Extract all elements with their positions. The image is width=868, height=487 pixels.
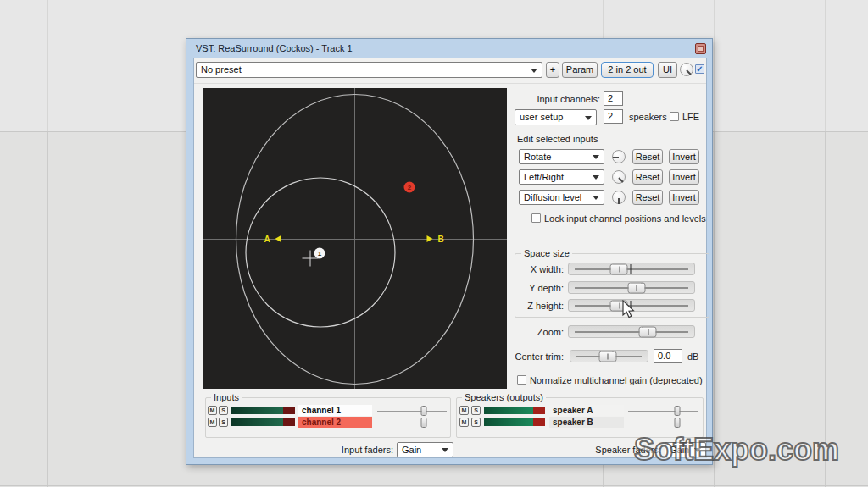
lock-checkbox[interactable] [531,213,541,223]
center-trim-label: Center trim: [479,351,564,362]
solo-button-out2[interactable]: S [471,418,481,427]
diffusion-knob[interactable] [612,191,626,204]
window-title: VST: ReaSurround (Cockos) - Track 1 [196,43,353,53]
reset-button-3[interactable]: Reset [632,190,663,205]
chevron-down-icon [593,155,599,159]
fader-thumb[interactable] [420,418,426,428]
routing-button[interactable]: 2 in 2 out [601,62,654,78]
slider-thumb[interactable] [639,326,657,337]
speakers-title: Speakers (outputs) [462,392,546,402]
add-preset-button[interactable]: + [546,62,559,78]
lfe-checkbox[interactable] [670,112,679,121]
fader-in1[interactable] [377,406,447,416]
fader-track [377,423,447,423]
fader-thumb[interactable] [420,406,426,416]
invert-button-2[interactable]: Invert [669,169,699,185]
inputs-title: Inputs [211,392,242,402]
slider-thumb[interactable] [610,263,628,274]
edit-mode-dropdown-3[interactable]: Diffusion level [519,190,604,205]
fader-out1[interactable] [628,406,698,416]
lfe-label: LFE [682,112,699,122]
db-unit-label: dB [687,351,698,362]
param-button[interactable]: Param [562,62,598,78]
input-channels-field[interactable]: 2 [604,91,623,106]
invert-button-1[interactable]: Invert [669,149,699,164]
fader-thumb[interactable] [675,406,681,416]
edit-mode-value: Rotate [524,152,551,162]
channel-2-name[interactable]: channel 2 [298,417,372,428]
wet-dry-knob-icon[interactable] [680,63,693,76]
surround-position-panel[interactable]: A B 1 2 [203,88,507,389]
fader-out2[interactable] [628,418,698,428]
toolbar-divider [194,83,706,84]
knob-pointer [686,69,691,75]
mute-button-out2[interactable]: M [459,418,469,427]
reset-button-1[interactable]: Reset [632,149,663,164]
invert-button-3[interactable]: Invert [669,190,699,205]
knob-pointer [618,198,620,204]
fader-track [628,411,698,412]
chevron-down-icon [531,69,537,73]
edit-mode-value: Diffusion level [524,192,581,202]
solo-button-in2[interactable]: S [219,418,228,427]
chevron-down-icon [593,175,599,180]
zoom-slider[interactable] [568,325,695,338]
surround-grid [203,88,507,389]
fader-thumb[interactable] [675,418,681,428]
preset-value: No preset [201,64,242,75]
input-channels-label: Input channels: [515,94,600,104]
z-height-label: Z height: [479,301,564,311]
chevron-down-icon [442,448,448,452]
mute-button-in2[interactable]: M [208,418,217,427]
space-size-title: Space size [521,248,572,258]
center-trim-field[interactable]: 0.0 [654,349,682,363]
solo-button-in1[interactable]: S [219,406,228,415]
fader-track [628,423,698,423]
close-icon[interactable] [695,43,706,54]
solo-button-out1[interactable]: S [471,406,481,415]
fader-in2[interactable] [377,418,447,428]
normalize-checkbox[interactable] [517,375,526,385]
knob-pointer [613,157,619,158]
chevron-down-icon [593,196,599,200]
left-right-knob[interactable] [612,170,626,184]
plugin-window: VST: ReaSurround (Cockos) - Track 1 No p… [186,38,713,465]
edit-mode-value: Left/Right [524,172,564,182]
speaker-a-icon[interactable] [275,235,281,242]
lock-label: Lock input channel positions and levels [544,213,706,224]
speaker-count-field[interactable]: 2 [604,109,623,124]
speaker-b-icon[interactable] [427,235,433,242]
preset-dropdown[interactable]: No preset [196,62,542,78]
plugin-enable-checkbox[interactable]: ✓ [695,64,704,74]
speaker-a-name[interactable]: speaker A [549,405,624,416]
channel-1-name[interactable]: channel 1 [298,405,372,416]
slider-thumb[interactable] [598,351,616,362]
slider-track [575,331,688,333]
chevron-down-icon [585,116,592,120]
x-width-slider[interactable] [568,263,695,275]
edit-mode-dropdown-1[interactable]: Rotate [519,149,604,164]
y-depth-slider[interactable] [568,281,695,294]
input-1-marker[interactable]: 1 [314,248,326,259]
slider-thumb[interactable] [627,282,645,293]
watermark-text: SoftExpo.com [634,432,839,468]
mute-button-in1[interactable]: M [208,406,217,415]
grid-line [0,485,868,486]
center-trim-slider[interactable] [570,350,648,362]
mute-button-out1[interactable]: M [459,406,469,415]
input-2-marker[interactable]: 2 [404,182,415,193]
rotate-knob[interactable] [612,150,626,163]
meter-out1 [484,407,545,414]
speaker-b-name[interactable]: speaker B [549,417,624,428]
input-faders-dropdown[interactable]: Gain [397,442,453,457]
edit-mode-dropdown-2[interactable]: Left/Right [519,169,604,185]
meter-in2 [231,418,295,426]
edit-section-title: Edit selected inputs [517,134,598,144]
speaker-b-label: B [437,235,443,244]
ui-button[interactable]: UI [658,62,677,78]
setup-mode-dropdown[interactable]: user setup [515,109,597,125]
meter-out2 [484,418,545,426]
fader-track [377,411,447,412]
speakers-label: speakers [629,112,667,122]
reset-button-2[interactable]: Reset [632,169,663,185]
